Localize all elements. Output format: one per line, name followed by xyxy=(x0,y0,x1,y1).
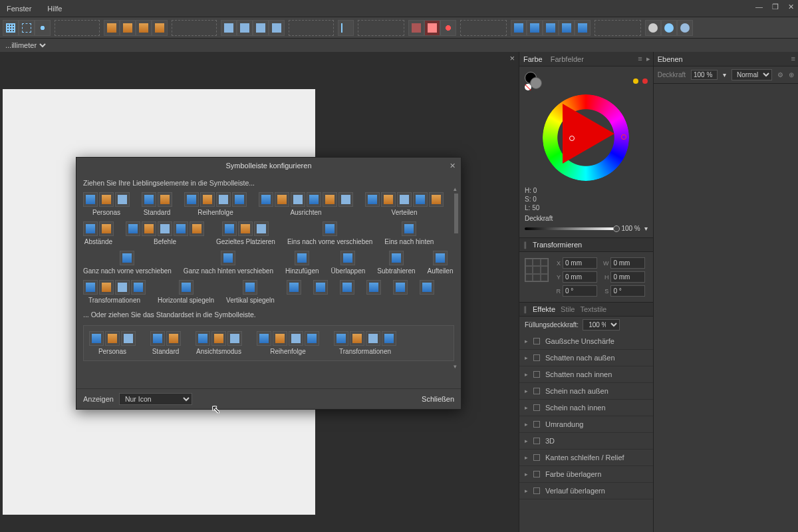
tool-icon[interactable] xyxy=(291,192,305,207)
toolbar-tool-group[interactable]: Ganz nach vorne verschieben xyxy=(83,251,172,275)
flip-v-icon[interactable] xyxy=(237,20,253,36)
layers-opacity-input[interactable] xyxy=(691,70,718,80)
toolbar-tool-group[interactable]: Personas xyxy=(83,192,130,216)
close-button[interactable]: Schließen xyxy=(422,395,454,403)
tool-icon[interactable] xyxy=(340,280,354,295)
toolbar-tool-group[interactable] xyxy=(420,280,434,304)
tool-icon[interactable] xyxy=(83,221,98,236)
snap-object-icon[interactable] xyxy=(35,20,51,36)
tool-icon[interactable] xyxy=(289,331,303,346)
tool-icon[interactable] xyxy=(429,192,444,207)
tool-icon[interactable] xyxy=(227,331,242,346)
effect-item[interactable]: ▸Farbe überlagern xyxy=(519,466,653,483)
expand-icon[interactable]: ▸ xyxy=(525,338,528,344)
order-backward-icon[interactable] xyxy=(136,20,152,36)
toolbar-tool-group[interactable]: Befehle xyxy=(126,221,204,245)
toolbar-tool-group[interactable]: Ausrichten xyxy=(259,192,353,216)
expand-icon[interactable]: ▸ xyxy=(525,471,528,477)
tool-icon[interactable] xyxy=(179,280,194,295)
rotate-cw-icon[interactable] xyxy=(269,20,285,36)
tool-icon[interactable] xyxy=(323,221,337,236)
tool-icon[interactable] xyxy=(323,192,337,207)
effect-item[interactable]: ▸Schatten nach außen xyxy=(519,350,653,366)
tool-icon[interactable] xyxy=(83,192,98,207)
layers-blend-select[interactable]: Normal xyxy=(732,69,772,80)
expand-icon[interactable]: ▸ xyxy=(525,487,528,494)
tool-icon[interactable] xyxy=(254,221,269,236)
align-left-icon[interactable] xyxy=(338,20,354,36)
tool-icon[interactable] xyxy=(99,221,114,236)
fill-stroke-selector[interactable] xyxy=(525,72,543,90)
toolbar-tool-group[interactable]: Standard xyxy=(150,331,181,355)
tool-icon[interactable] xyxy=(420,280,434,295)
effect-item[interactable]: ▸3D xyxy=(519,433,653,450)
tab-effects[interactable]: Effekte xyxy=(533,305,555,313)
close-icon[interactable]: ✕ xyxy=(788,3,794,11)
toolbar-tool-group[interactable]: Ganz nach hinten verschieben xyxy=(184,251,273,275)
tool-icon[interactable] xyxy=(413,192,428,207)
document-close-icon[interactable]: × xyxy=(509,53,515,63)
expand-icon[interactable]: ▸ xyxy=(525,404,528,411)
tool-icon[interactable] xyxy=(365,192,380,207)
tool-icon[interactable] xyxy=(393,280,408,295)
tool-icon[interactable] xyxy=(184,192,199,207)
picker-icon[interactable] xyxy=(633,78,638,84)
tool-icon[interactable] xyxy=(196,331,210,346)
transform-s[interactable] xyxy=(610,285,645,297)
tool-icon[interactable] xyxy=(287,280,301,295)
toolbar-tool-group[interactable] xyxy=(340,280,354,304)
effect-checkbox[interactable] xyxy=(533,454,540,461)
toolbar-tool-group[interactable]: Eins nach hinten xyxy=(384,221,434,245)
menu-window[interactable]: Fenster xyxy=(7,5,31,13)
tool-icon[interactable] xyxy=(120,251,134,265)
tool-icon[interactable] xyxy=(166,331,181,346)
tool-icon[interactable] xyxy=(216,192,231,207)
tool-icon[interactable] xyxy=(83,280,98,295)
toolbar-spacer[interactable] xyxy=(595,20,641,36)
toolbar-spacer[interactable] xyxy=(55,20,100,36)
tool-icon[interactable] xyxy=(142,221,156,236)
effect-checkbox[interactable] xyxy=(533,421,540,428)
tool-icon[interactable] xyxy=(99,280,114,295)
tool-icon[interactable] xyxy=(89,331,104,346)
fill-opacity-select[interactable]: 100 % xyxy=(583,319,620,331)
tool-icon[interactable] xyxy=(238,221,253,236)
expand-icon[interactable]: ▸ xyxy=(525,354,528,361)
transform-y[interactable] xyxy=(563,271,597,283)
toolbar-tool-group[interactable]: Transformationen xyxy=(83,280,146,304)
tool-icon[interactable] xyxy=(211,331,226,346)
effect-item[interactable]: ▸Schein nach außen xyxy=(519,383,653,400)
tool-icon[interactable] xyxy=(150,331,165,346)
effect-checkbox[interactable] xyxy=(533,404,540,411)
order-back-icon[interactable] xyxy=(152,20,168,36)
tab-swatches[interactable]: Farbfelder xyxy=(551,55,584,63)
toolbar-tool-group[interactable]: Transformationen xyxy=(334,331,396,355)
tool-icon[interactable] xyxy=(366,331,380,346)
rotate-ccw-icon[interactable] xyxy=(253,20,269,36)
transform-w[interactable] xyxy=(610,257,645,269)
minimize-icon[interactable]: — xyxy=(755,3,763,11)
tool-icon[interactable] xyxy=(275,192,289,207)
restore-icon[interactable]: ❐ xyxy=(772,3,779,11)
toolbar-tool-group[interactable]: Hinzufügen xyxy=(285,251,319,275)
effect-item[interactable]: ▸Kanten schleifen / Relief xyxy=(519,450,653,466)
tool-icon[interactable] xyxy=(121,331,136,346)
magnet-icon[interactable] xyxy=(440,20,456,36)
tab-textstyles[interactable]: Textstile xyxy=(580,305,606,313)
insert-inside-icon[interactable] xyxy=(677,20,693,36)
effect-item[interactable]: ▸Schatten nach innen xyxy=(519,366,653,383)
tool-icon[interactable] xyxy=(221,251,235,265)
effect-checkbox[interactable] xyxy=(533,438,540,444)
toolbar-tool-group[interactable] xyxy=(366,280,381,304)
anchor-selector[interactable] xyxy=(525,258,549,282)
grid-toggle-icon[interactable] xyxy=(408,20,424,36)
effect-checkbox[interactable] xyxy=(533,388,540,394)
tool-icon[interactable] xyxy=(158,221,172,236)
tool-icon[interactable] xyxy=(131,280,146,295)
toolbar-tool-group[interactable]: Reihenfolge xyxy=(257,331,319,355)
tab-layers[interactable]: Ebenen xyxy=(658,55,683,63)
effect-item[interactable]: ▸Umrandung xyxy=(519,416,653,433)
units-select[interactable]: ...illimeter xyxy=(3,41,48,50)
baseline-icon[interactable] xyxy=(424,20,440,36)
expand-icon[interactable]: ▸ xyxy=(525,438,528,444)
